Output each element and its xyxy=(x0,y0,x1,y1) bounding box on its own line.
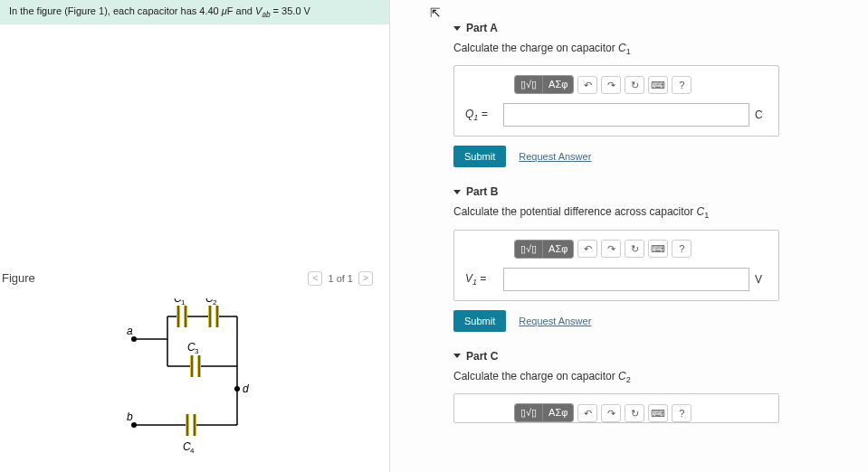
redo-button[interactable]: ↷ xyxy=(601,76,621,94)
svg-text:a: a xyxy=(127,325,133,337)
part-b-submit-button[interactable]: Submit xyxy=(453,310,506,332)
part-b-desc: Calculate the potential difference acros… xyxy=(453,205,850,220)
svg-text:4: 4 xyxy=(190,447,195,455)
undo-button[interactable]: ↶ xyxy=(577,404,597,422)
part-a-unit: C xyxy=(755,109,768,121)
circuit-diagram: a C1 xyxy=(127,298,308,461)
part-a: Part A Calculate the charge on capacitor… xyxy=(453,22,850,167)
part-b-request-answer-link[interactable]: Request Answer xyxy=(519,316,591,326)
part-a-title: Part A xyxy=(466,22,498,34)
help-button[interactable]: ? xyxy=(672,76,692,94)
help-button[interactable]: ? xyxy=(672,404,692,422)
part-b: Part B Calculate the potential differenc… xyxy=(453,185,850,331)
greek-symbols-button[interactable]: ΑΣφ xyxy=(543,404,573,421)
part-b-variable: V1 = xyxy=(465,272,498,287)
fraction-sqrt-button[interactable]: ▯√▯ xyxy=(515,241,543,258)
figure-page-count: 1 of 1 xyxy=(328,273,353,284)
undo-button[interactable]: ↶ xyxy=(577,76,597,94)
greek-symbols-button[interactable]: ΑΣφ xyxy=(543,241,573,258)
figure-prev-button[interactable]: < xyxy=(308,271,322,286)
cursor-icon: ⇱ xyxy=(430,5,441,20)
part-b-input[interactable] xyxy=(503,268,749,291)
svg-text:d: d xyxy=(243,382,249,395)
figure-pager: < 1 of 1 > xyxy=(308,271,373,286)
figure-next-button[interactable]: > xyxy=(358,271,373,286)
redo-button[interactable]: ↷ xyxy=(601,240,621,258)
figure-heading: Figure xyxy=(2,271,35,285)
part-c-answer-box: ▯√▯ ΑΣφ ↶ ↷ ↻ ⌨ ? xyxy=(453,393,779,423)
part-a-request-answer-link[interactable]: Request Answer xyxy=(519,151,591,162)
part-b-title: Part B xyxy=(466,185,498,198)
part-a-submit-button[interactable]: Submit xyxy=(453,146,506,167)
problem-statement: In the figure (Figure 1), each capacitor… xyxy=(0,0,389,24)
help-button[interactable]: ? xyxy=(672,240,692,258)
greek-symbols-button[interactable]: ΑΣφ xyxy=(543,76,573,93)
reset-button[interactable]: ↻ xyxy=(625,404,644,422)
redo-button[interactable]: ↷ xyxy=(601,404,621,422)
caret-down-icon[interactable] xyxy=(453,354,461,358)
svg-text:3: 3 xyxy=(195,347,199,355)
part-b-unit: V xyxy=(755,273,768,286)
keyboard-button[interactable]: ⌨ xyxy=(648,240,668,258)
svg-text:b: b xyxy=(127,411,133,423)
keyboard-button[interactable]: ⌨ xyxy=(648,76,668,94)
part-a-answer-box: ▯√▯ ΑΣφ ↶ ↷ ↻ ⌨ ? Q1 = C xyxy=(453,65,779,137)
svg-text:1: 1 xyxy=(181,298,186,307)
reset-button[interactable]: ↻ xyxy=(625,240,644,258)
undo-button[interactable]: ↶ xyxy=(577,240,597,258)
svg-text:2: 2 xyxy=(213,298,217,307)
fraction-sqrt-button[interactable]: ▯√▯ xyxy=(515,76,543,93)
keyboard-button[interactable]: ⌨ xyxy=(648,404,668,422)
part-b-answer-box: ▯√▯ ΑΣφ ↶ ↷ ↻ ⌨ ? V1 = V xyxy=(453,230,779,301)
part-c: Part C Calculate the charge on capacitor… xyxy=(453,350,850,423)
reset-button[interactable]: ↻ xyxy=(625,76,644,94)
caret-down-icon[interactable] xyxy=(453,26,461,31)
part-a-desc: Calculate the charge on capacitor C1 xyxy=(453,42,850,56)
part-a-variable: Q1 = xyxy=(465,108,498,122)
part-c-title: Part C xyxy=(466,350,498,363)
caret-down-icon[interactable] xyxy=(453,190,461,194)
part-c-desc: Calculate the charge on capacitor C2 xyxy=(453,370,850,384)
fraction-sqrt-button[interactable]: ▯√▯ xyxy=(515,404,543,421)
part-a-input[interactable] xyxy=(503,103,749,127)
